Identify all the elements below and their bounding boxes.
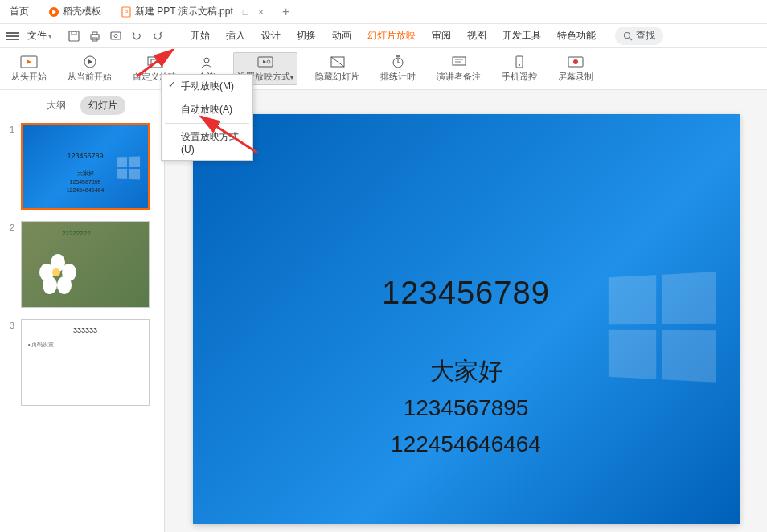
menu-tab-review[interactable]: 审阅 — [424, 24, 459, 48]
slide-editor-area[interactable]: 123456789 大家好 1234567895 122454646464 — [165, 90, 767, 532]
menu-tab-slideshow[interactable]: 幻灯片放映 — [359, 24, 424, 48]
dropdown-setup-show-settings[interactable]: 设置放映方式(U) — [162, 125, 252, 160]
menu-tab-transition[interactable]: 切换 — [289, 24, 324, 48]
svg-point-29 — [519, 64, 520, 66]
slide-thumb-1-canvas: 123456789 大家好 1234567895 122454646464 — [21, 123, 150, 210]
speaker-notes-icon — [450, 55, 468, 69]
svg-point-31 — [573, 59, 578, 64]
svg-point-9 — [114, 34, 117, 37]
tab-document-label: 新建 PPT 演示文稿.ppt — [135, 5, 233, 18]
svg-line-20 — [331, 57, 344, 67]
screen-record-icon — [567, 55, 584, 69]
svg-point-10 — [625, 32, 630, 38]
menu-tab-view[interactable]: 视图 — [459, 24, 494, 48]
save-icon[interactable] — [67, 29, 81, 43]
svg-rect-6 — [92, 32, 97, 35]
rehearse-icon — [389, 55, 407, 69]
dropdown-auto-show[interactable]: 自动放映(A) — [162, 98, 252, 121]
main-slide-canvas[interactable]: 123456789 大家好 1234567895 122454646464 — [193, 114, 740, 524]
menu-tab-features[interactable]: 特色功能 — [549, 24, 604, 48]
setup-show-icon — [256, 55, 274, 69]
tab-template[interactable]: 稻壳模板 — [39, 1, 111, 23]
ppt-file-icon: P — [121, 6, 132, 18]
ribbon-from-beginning[interactable]: 从头开始 — [8, 53, 50, 84]
menu-tab-animation[interactable]: 动画 — [324, 24, 359, 48]
ribbon-slideshow: 从头开始 从当前开始 自定义放映 会议 设置放映方式▾ 隐藏幻灯片 排练计时 演… — [0, 48, 767, 90]
menu-bar: 文件 开始 插入 设计 切换 动画 幻灯片放映 审阅 视图 开发工具 特色功能 … — [0, 24, 767, 48]
menu-tab-design[interactable]: 设计 — [253, 24, 289, 48]
tab-close-icon[interactable]: × — [257, 6, 264, 18]
tab-home[interactable]: 首页 — [0, 1, 39, 23]
play-from-start-icon — [20, 55, 38, 69]
svg-rect-3 — [69, 31, 79, 41]
undo-icon[interactable] — [129, 29, 144, 43]
custom-show-icon — [146, 55, 164, 69]
svg-text:P: P — [125, 10, 129, 15]
panel-tab-outline[interactable]: 大纲 — [39, 96, 74, 115]
svg-rect-15 — [151, 59, 162, 68]
dropdown-separator — [165, 123, 249, 124]
svg-rect-25 — [453, 57, 466, 65]
dropdown-arrow-icon: ▾ — [290, 74, 293, 81]
dropdown-manual-show[interactable]: 手动放映(M) — [162, 75, 252, 98]
ribbon-speaker-notes[interactable]: 演讲者备注 — [433, 53, 484, 84]
slide-thumb-2[interactable]: 2 22222222 — [10, 221, 154, 308]
ribbon-from-current[interactable]: 从当前开始 — [64, 53, 115, 84]
ribbon-rehearse[interactable]: 排练计时 — [377, 53, 419, 84]
hamburger-icon[interactable] — [6, 32, 19, 40]
search-icon — [623, 31, 633, 41]
tab-template-label: 稻壳模板 — [63, 5, 101, 18]
slide-text-line-1[interactable]: 123456789 — [193, 275, 740, 311]
panel-tab-slides[interactable]: 幻灯片 — [80, 96, 125, 115]
slide-text-line-3[interactable]: 1234567895 — [193, 395, 740, 421]
tab-home-label: 首页 — [10, 5, 29, 18]
content-area: 大纲 幻灯片 1 123456789 大家好 1234567895 122454… — [0, 90, 767, 532]
svg-point-16 — [204, 58, 209, 63]
setup-show-dropdown: 手动放映(M) 自动放映(A) 设置放映方式(U) — [161, 74, 253, 161]
search-label: 查找 — [636, 29, 655, 43]
menu-tab-insert[interactable]: 插入 — [218, 24, 253, 48]
tab-add-button[interactable]: + — [274, 5, 298, 19]
play-current-icon — [81, 55, 99, 69]
svg-line-11 — [630, 38, 632, 40]
meeting-icon — [198, 55, 215, 69]
slide-thumb-3[interactable]: 3 333333 • 页码设置 — [10, 319, 154, 406]
panel-tabs: 大纲 幻灯片 — [10, 96, 154, 115]
ribbon-phone-remote[interactable]: 手机遥控 — [498, 53, 540, 84]
svg-point-18 — [267, 60, 270, 63]
ribbon-screen-record[interactable]: 屏幕录制 — [555, 53, 597, 84]
phone-remote-icon — [511, 55, 528, 69]
tab-restore-icon[interactable]: □ — [243, 7, 248, 17]
document-tabs-bar: 首页 稻壳模板 P 新建 PPT 演示文稿.ppt □ × + — [0, 0, 767, 24]
svg-rect-8 — [111, 32, 121, 39]
menu-left-group: 文件 — [6, 29, 165, 43]
menu-tab-start[interactable]: 开始 — [183, 24, 218, 48]
file-menu[interactable]: 文件 — [23, 29, 57, 43]
redo-icon[interactable] — [150, 29, 165, 43]
slide-thumb-2-canvas: 22222222 — [21, 221, 150, 308]
quick-access-toolbar — [67, 29, 165, 43]
slide-text-line-2[interactable]: 大家好 — [193, 355, 740, 388]
slide-panel: 大纲 幻灯片 1 123456789 大家好 1234567895 122454… — [0, 90, 165, 532]
hide-slide-icon — [329, 55, 347, 69]
preview-icon[interactable] — [109, 29, 123, 43]
search-button[interactable]: 查找 — [615, 27, 663, 45]
menu-tabs: 开始 插入 设计 切换 动画 幻灯片放映 审阅 视图 开发工具 特色功能 — [183, 24, 604, 48]
ribbon-hide-slide[interactable]: 隐藏幻灯片 — [312, 53, 363, 84]
slide-thumb-3-canvas: 333333 • 页码设置 — [21, 319, 150, 406]
slide-thumb-1[interactable]: 1 123456789 大家好 1234567895 122454646464 — [10, 123, 154, 210]
slide-text-line-4[interactable]: 122454646464 — [193, 432, 740, 457]
tab-document[interactable]: P 新建 PPT 演示文稿.ppt □ × — [111, 1, 274, 23]
template-icon — [48, 6, 59, 18]
print-icon[interactable] — [88, 29, 102, 43]
menu-tab-devtools[interactable]: 开发工具 — [494, 24, 549, 48]
